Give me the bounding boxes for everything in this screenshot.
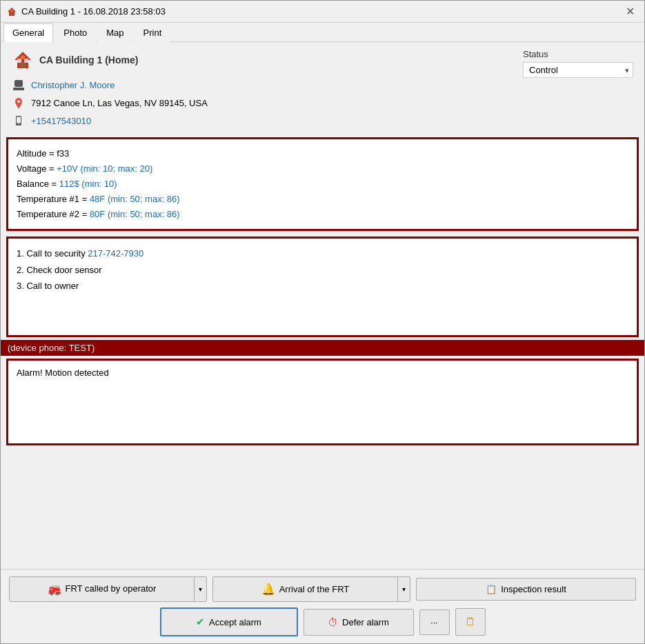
- action-2-text: 2. Check door sensor: [17, 265, 102, 275]
- actions-box: 1. Call to security 217-742-7930 2. Chec…: [8, 239, 637, 335]
- inspection-result-label: Inspection result: [501, 584, 566, 594]
- contact-name: Christopher J. Moore: [31, 80, 115, 90]
- bottom-row-1: 🚒 FRT called by operator ▾ 🔔 Arrival of …: [9, 576, 636, 602]
- accept-alarm-label: Accept alarm: [209, 617, 261, 627]
- action-3-text: 3. Call to owner: [17, 281, 79, 291]
- status-section: Status Control Alarm Disarmed: [523, 49, 633, 128]
- tab-map[interactable]: Map: [97, 23, 132, 42]
- tab-general[interactable]: General: [3, 23, 53, 42]
- temp2-value: 80F (min: 50; max: 86): [90, 209, 180, 219]
- inspection-icon: 📋: [486, 584, 497, 594]
- svg-rect-9: [13, 88, 24, 90]
- actions-section: 1. Call to security 217-742-7930 2. Chec…: [6, 237, 639, 337]
- temp1-label: Temperature #1 =: [17, 194, 90, 204]
- svg-rect-14: [17, 117, 21, 123]
- altitude-line: Altitude = f33: [17, 146, 628, 161]
- device-phone-bar: (device phone: TEST): [1, 340, 644, 356]
- svg-rect-1: [10, 13, 13, 16]
- voltage-line: Voltage = +10V (min: 10; max: 20): [17, 161, 628, 177]
- temp2-line: Temperature #2 = 80F (min: 50; max: 86): [17, 207, 628, 222]
- building-name-row: CA Building 1 (Home): [12, 49, 509, 71]
- info-section: CA Building 1 (Home) Christopher J. Moor…: [1, 42, 644, 134]
- arrival-frt-label: Arrival of the FRT: [279, 584, 350, 594]
- location-icon: [12, 96, 26, 110]
- balance-line: Balance = 112$ (min: 10): [17, 177, 628, 192]
- tab-print[interactable]: Print: [135, 23, 171, 42]
- defer-icon: ⏱: [328, 616, 338, 628]
- action-1-link[interactable]: 217-742-7930: [88, 248, 143, 259]
- action-1: 1. Call to security 217-742-7930: [17, 245, 628, 261]
- address-row: 7912 Canoe Ln, Las Vegas, NV 89145, USA: [12, 96, 509, 110]
- svg-rect-4: [20, 63, 26, 68]
- temp1-line: Temperature #1 = 48F (min: 50; max: 86): [17, 192, 628, 207]
- note-button[interactable]: 🗒: [455, 608, 486, 636]
- svg-point-7: [21, 55, 25, 59]
- defer-alarm-label: Defer alarm: [342, 617, 389, 627]
- alarm-text: Alarm! Motion detected: [17, 368, 109, 378]
- status-select[interactable]: Control Alarm Disarmed: [523, 62, 633, 78]
- svg-rect-6: [24, 59, 28, 63]
- accept-icon: ✔: [196, 616, 205, 628]
- tab-bar: General Photo Map Print: [1, 23, 644, 42]
- bottom-area: 🚒 FRT called by operator ▾ 🔔 Arrival of …: [1, 569, 644, 643]
- contact-row: Christopher J. Moore: [12, 78, 509, 92]
- phone-text: +15417543010: [31, 116, 91, 126]
- phone-row: +15417543010: [12, 114, 509, 128]
- action-2: 2. Check door sensor: [17, 262, 628, 278]
- action-1-num: 1. Call to security: [17, 248, 88, 259]
- frt-called-icon: 🚒: [48, 583, 61, 596]
- note-icon: 🗒: [465, 616, 476, 628]
- address-text: 7912 Canoe Ln, Las Vegas, NV 89145, USA: [31, 98, 208, 108]
- tab-photo[interactable]: Photo: [54, 23, 96, 42]
- frt-called-split-btn: 🚒 FRT called by operator ▾: [9, 576, 207, 602]
- accept-alarm-button[interactable]: ✔ Accept alarm: [160, 607, 298, 636]
- svg-point-2: [10, 10, 13, 12]
- altitude-text: Altitude = f33: [17, 148, 69, 159]
- alarm-box: Alarm! Motion detected: [8, 361, 637, 443]
- svg-point-12: [17, 100, 20, 103]
- frt-called-label: FRT called by operator: [66, 583, 157, 595]
- window-title: CA Building 1 - 16.08.2018 23:58:03: [21, 6, 166, 17]
- app-icon: [6, 6, 17, 17]
- inspection-result-button[interactable]: 📋 Inspection result: [416, 578, 636, 601]
- balance-label: Balance =: [17, 179, 59, 189]
- close-button[interactable]: ✕: [622, 5, 639, 19]
- balance-value: 112$ (min: 10): [59, 179, 117, 189]
- more-icon: ···: [430, 617, 438, 627]
- temp2-label: Temperature #2 =: [17, 209, 90, 219]
- arrival-frt-arrow[interactable]: ▾: [397, 577, 410, 601]
- defer-alarm-button[interactable]: ⏱ Defer alarm: [304, 609, 414, 636]
- arrival-icon: 🔔: [261, 583, 275, 596]
- sensor-section: Altitude = f33 Voltage = +10V (min: 10; …: [6, 137, 639, 231]
- arrival-frt-split-btn: 🔔 Arrival of the FRT ▾: [212, 576, 410, 602]
- temp1-value: 48F (min: 50; max: 86): [90, 194, 180, 204]
- voltage-value: +10V (min: 10; max: 20): [57, 163, 152, 174]
- main-body: Altitude = f33 Voltage = +10V (min: 10; …: [1, 134, 644, 569]
- person-icon: [12, 78, 26, 92]
- frt-called-button[interactable]: 🚒 FRT called by operator: [10, 577, 194, 601]
- svg-rect-5: [17, 59, 21, 63]
- building-icon: [12, 49, 34, 71]
- status-select-wrapper[interactable]: Control Alarm Disarmed: [523, 62, 633, 78]
- svg-marker-11: [15, 103, 22, 109]
- more-button[interactable]: ···: [419, 610, 450, 635]
- building-name-text: CA Building 1 (Home): [39, 54, 138, 66]
- device-phone-text: (device phone: TEST): [8, 343, 95, 353]
- voltage-label: Voltage =: [17, 163, 57, 174]
- phone-icon: [12, 114, 26, 128]
- svg-rect-8: [14, 80, 23, 87]
- bottom-row-2: ✔ Accept alarm ⏱ Defer alarm ··· 🗒: [9, 607, 636, 636]
- sensor-data-box: Altitude = f33 Voltage = +10V (min: 10; …: [8, 139, 637, 229]
- title-bar: CA Building 1 - 16.08.2018 23:58:03 ✕: [1, 1, 644, 23]
- svg-point-15: [18, 123, 19, 125]
- alarm-section: Alarm! Motion detected: [6, 359, 639, 445]
- frt-called-arrow[interactable]: ▾: [194, 577, 206, 601]
- arrival-frt-button[interactable]: 🔔 Arrival of the FRT: [213, 577, 397, 601]
- action-3: 3. Call to owner: [17, 278, 628, 294]
- status-label: Status: [523, 49, 633, 59]
